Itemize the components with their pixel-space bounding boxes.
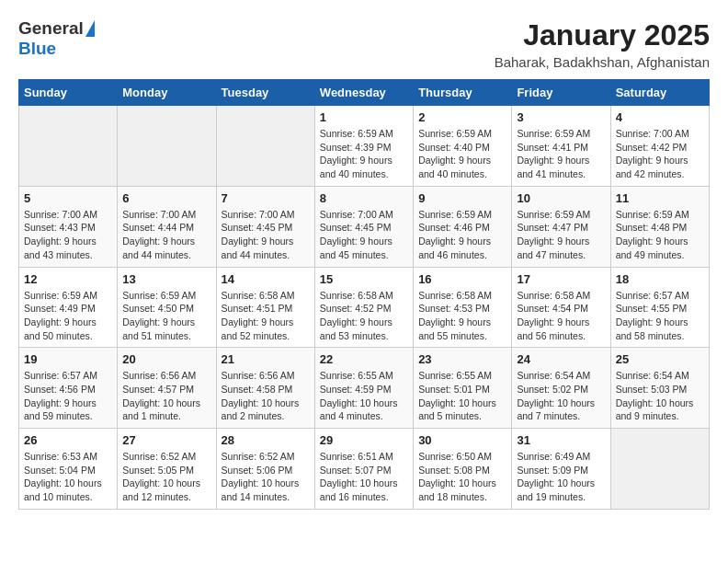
cell-day-number: 30 bbox=[418, 433, 506, 447]
calendar-table: SundayMondayTuesdayWednesdayThursdayFrid… bbox=[18, 79, 710, 510]
calendar-cell: 21Sunrise: 6:56 AMSunset: 4:58 PMDayligh… bbox=[216, 348, 314, 429]
calendar-cell: 30Sunrise: 6:50 AMSunset: 5:08 PMDayligh… bbox=[414, 429, 512, 510]
calendar-cell: 29Sunrise: 6:51 AMSunset: 5:07 PMDayligh… bbox=[314, 429, 413, 510]
cell-day-number: 18 bbox=[616, 272, 704, 286]
cell-day-info: Sunrise: 6:58 AMSunset: 4:54 PMDaylight:… bbox=[517, 289, 605, 343]
calendar-cell: 9Sunrise: 6:59 AMSunset: 4:46 PMDaylight… bbox=[414, 186, 512, 267]
calendar-body: 1Sunrise: 6:59 AMSunset: 4:39 PMDaylight… bbox=[19, 106, 710, 510]
calendar-cell: 23Sunrise: 6:55 AMSunset: 5:01 PMDayligh… bbox=[414, 348, 512, 429]
cell-day-number: 22 bbox=[320, 352, 408, 366]
calendar-cell: 4Sunrise: 7:00 AMSunset: 4:42 PMDaylight… bbox=[610, 106, 709, 187]
header-day-thursday: Thursday bbox=[414, 80, 512, 106]
calendar-cell: 13Sunrise: 6:59 AMSunset: 4:50 PMDayligh… bbox=[118, 267, 216, 348]
cell-day-number: 12 bbox=[24, 272, 112, 286]
cell-day-number: 4 bbox=[616, 110, 704, 124]
page-subtitle: Baharak, Badakhshan, Afghanistan bbox=[495, 54, 710, 70]
cell-day-info: Sunrise: 6:49 AMSunset: 5:09 PMDaylight:… bbox=[517, 450, 605, 504]
cell-day-info: Sunrise: 6:54 AMSunset: 5:03 PMDaylight:… bbox=[616, 369, 704, 423]
calendar-cell: 1Sunrise: 6:59 AMSunset: 4:39 PMDaylight… bbox=[314, 106, 413, 187]
cell-day-info: Sunrise: 7:00 AMSunset: 4:45 PMDaylight:… bbox=[222, 208, 310, 262]
header-day-sunday: Sunday bbox=[19, 80, 118, 106]
cell-day-info: Sunrise: 6:58 AMSunset: 4:51 PMDaylight:… bbox=[222, 289, 310, 343]
cell-day-info: Sunrise: 6:50 AMSunset: 5:08 PMDaylight:… bbox=[418, 450, 506, 504]
cell-day-info: Sunrise: 7:00 AMSunset: 4:43 PMDaylight:… bbox=[24, 208, 112, 262]
calendar-cell: 6Sunrise: 7:00 AMSunset: 4:44 PMDaylight… bbox=[118, 186, 216, 267]
cell-day-info: Sunrise: 6:56 AMSunset: 4:57 PMDaylight:… bbox=[122, 369, 210, 423]
cell-day-info: Sunrise: 6:55 AMSunset: 4:59 PMDaylight:… bbox=[320, 369, 408, 423]
cell-day-info: Sunrise: 7:00 AMSunset: 4:45 PMDaylight:… bbox=[320, 208, 408, 262]
calendar-cell: 22Sunrise: 6:55 AMSunset: 4:59 PMDayligh… bbox=[314, 348, 413, 429]
cell-day-number: 19 bbox=[24, 352, 112, 366]
cell-day-info: Sunrise: 6:52 AMSunset: 5:05 PMDaylight:… bbox=[122, 450, 210, 504]
cell-day-number: 31 bbox=[517, 433, 605, 447]
cell-day-info: Sunrise: 6:59 AMSunset: 4:47 PMDaylight:… bbox=[517, 208, 605, 262]
cell-day-info: Sunrise: 6:59 AMSunset: 4:41 PMDaylight:… bbox=[517, 127, 605, 181]
header-day-wednesday: Wednesday bbox=[314, 80, 413, 106]
cell-day-info: Sunrise: 6:53 AMSunset: 5:04 PMDaylight:… bbox=[24, 450, 112, 504]
cell-day-number: 28 bbox=[222, 433, 310, 447]
calendar-cell: 12Sunrise: 6:59 AMSunset: 4:49 PMDayligh… bbox=[19, 267, 118, 348]
calendar-cell: 19Sunrise: 6:57 AMSunset: 4:56 PMDayligh… bbox=[19, 348, 118, 429]
calendar-cell: 26Sunrise: 6:53 AMSunset: 5:04 PMDayligh… bbox=[19, 429, 118, 510]
cell-day-info: Sunrise: 6:59 AMSunset: 4:49 PMDaylight:… bbox=[24, 289, 112, 343]
page-title: January 2025 bbox=[495, 18, 710, 52]
cell-day-number: 29 bbox=[320, 433, 408, 447]
calendar-cell: 16Sunrise: 6:58 AMSunset: 4:53 PMDayligh… bbox=[414, 267, 512, 348]
logo: General Blue bbox=[18, 18, 97, 59]
header-day-friday: Friday bbox=[512, 80, 610, 106]
cell-day-number: 10 bbox=[517, 191, 605, 205]
calendar-week-1: 1Sunrise: 6:59 AMSunset: 4:39 PMDaylight… bbox=[19, 106, 710, 187]
calendar-week-4: 19Sunrise: 6:57 AMSunset: 4:56 PMDayligh… bbox=[19, 348, 710, 429]
header-day-monday: Monday bbox=[118, 80, 216, 106]
calendar-cell: 10Sunrise: 6:59 AMSunset: 4:47 PMDayligh… bbox=[512, 186, 610, 267]
header-row: SundayMondayTuesdayWednesdayThursdayFrid… bbox=[19, 80, 710, 106]
calendar-cell: 8Sunrise: 7:00 AMSunset: 4:45 PMDaylight… bbox=[314, 186, 413, 267]
title-block: January 2025 Baharak, Badakhshan, Afghan… bbox=[495, 18, 710, 70]
calendar-cell: 17Sunrise: 6:58 AMSunset: 4:54 PMDayligh… bbox=[512, 267, 610, 348]
cell-day-info: Sunrise: 6:59 AMSunset: 4:48 PMDaylight:… bbox=[616, 208, 704, 262]
cell-day-info: Sunrise: 6:52 AMSunset: 5:06 PMDaylight:… bbox=[222, 450, 310, 504]
calendar-cell: 31Sunrise: 6:49 AMSunset: 5:09 PMDayligh… bbox=[512, 429, 610, 510]
calendar-cell bbox=[118, 106, 216, 187]
calendar-cell: 28Sunrise: 6:52 AMSunset: 5:06 PMDayligh… bbox=[216, 429, 314, 510]
cell-day-number: 13 bbox=[122, 272, 210, 286]
cell-day-number: 3 bbox=[517, 110, 605, 124]
cell-day-number: 7 bbox=[222, 191, 310, 205]
cell-day-number: 2 bbox=[418, 110, 506, 124]
cell-day-info: Sunrise: 6:51 AMSunset: 5:07 PMDaylight:… bbox=[320, 450, 408, 504]
cell-day-info: Sunrise: 6:57 AMSunset: 4:55 PMDaylight:… bbox=[616, 289, 704, 343]
cell-day-number: 20 bbox=[122, 352, 210, 366]
calendar-cell: 3Sunrise: 6:59 AMSunset: 4:41 PMDaylight… bbox=[512, 106, 610, 187]
cell-day-info: Sunrise: 6:58 AMSunset: 4:52 PMDaylight:… bbox=[320, 289, 408, 343]
calendar-cell bbox=[610, 429, 709, 510]
cell-day-number: 23 bbox=[418, 352, 506, 366]
calendar-cell: 11Sunrise: 6:59 AMSunset: 4:48 PMDayligh… bbox=[610, 186, 709, 267]
calendar-cell: 25Sunrise: 6:54 AMSunset: 5:03 PMDayligh… bbox=[610, 348, 709, 429]
cell-day-info: Sunrise: 6:58 AMSunset: 4:53 PMDaylight:… bbox=[418, 289, 506, 343]
logo-wrapper: General bbox=[18, 18, 97, 39]
logo-triangle-icon bbox=[85, 20, 95, 37]
cell-day-info: Sunrise: 6:57 AMSunset: 4:56 PMDaylight:… bbox=[24, 369, 112, 423]
logo-blue-wrapper: Blue bbox=[18, 39, 56, 59]
header-day-saturday: Saturday bbox=[610, 80, 709, 106]
cell-day-number: 1 bbox=[320, 110, 408, 124]
calendar-cell: 27Sunrise: 6:52 AMSunset: 5:05 PMDayligh… bbox=[118, 429, 216, 510]
calendar-cell bbox=[216, 106, 314, 187]
cell-day-number: 14 bbox=[222, 272, 310, 286]
calendar-cell: 15Sunrise: 6:58 AMSunset: 4:52 PMDayligh… bbox=[314, 267, 413, 348]
cell-day-number: 16 bbox=[418, 272, 506, 286]
cell-day-number: 8 bbox=[320, 191, 408, 205]
calendar-cell: 2Sunrise: 6:59 AMSunset: 4:40 PMDaylight… bbox=[414, 106, 512, 187]
header-day-tuesday: Tuesday bbox=[216, 80, 314, 106]
cell-day-info: Sunrise: 6:59 AMSunset: 4:39 PMDaylight:… bbox=[320, 127, 408, 181]
calendar-week-3: 12Sunrise: 6:59 AMSunset: 4:49 PMDayligh… bbox=[19, 267, 710, 348]
calendar-cell: 7Sunrise: 7:00 AMSunset: 4:45 PMDaylight… bbox=[216, 186, 314, 267]
cell-day-number: 17 bbox=[517, 272, 605, 286]
calendar-week-2: 5Sunrise: 7:00 AMSunset: 4:43 PMDaylight… bbox=[19, 186, 710, 267]
cell-day-number: 15 bbox=[320, 272, 408, 286]
cell-day-info: Sunrise: 6:59 AMSunset: 4:46 PMDaylight:… bbox=[418, 208, 506, 262]
cell-day-number: 9 bbox=[418, 191, 506, 205]
calendar-cell: 5Sunrise: 7:00 AMSunset: 4:43 PMDaylight… bbox=[19, 186, 118, 267]
calendar-header: SundayMondayTuesdayWednesdayThursdayFrid… bbox=[19, 80, 710, 106]
logo-general-text: General bbox=[18, 18, 84, 39]
